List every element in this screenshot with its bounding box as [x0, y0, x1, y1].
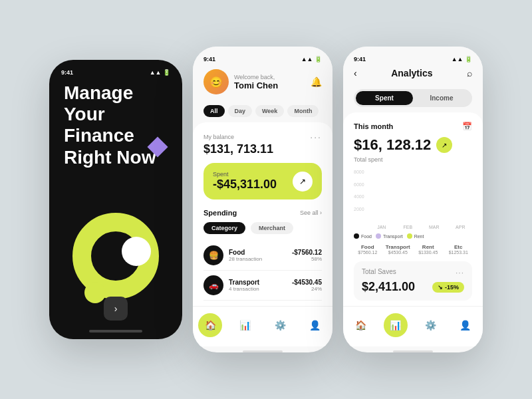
x-label: APR — [449, 225, 473, 229]
category-amount: $4530.45 — [384, 250, 412, 255]
food-icon: 🍔 — [203, 245, 223, 265]
food-name: Food — [229, 249, 292, 256]
saves-more-icon[interactable]: ··· — [456, 268, 464, 277]
transport-amounts: -$4530.45 24% — [292, 279, 322, 292]
spending-header: Spending See all › — [203, 209, 322, 217]
filter-row: All Day Week Month — [193, 100, 332, 122]
filter-week[interactable]: Week — [255, 105, 284, 117]
phones-container: 9:41 ▲▲ 🔋 Manage Your Finance Right Now … — [49, 47, 483, 352]
onboarding-title: Manage Your Finance Right Now — [64, 82, 168, 168]
get-started-button[interactable]: › — [104, 297, 128, 321]
nav-home-3[interactable]: 🏠 — [348, 313, 372, 337]
analytics-header: 9:41 ▲▲ 🔋 ‹ Analytics ⌕ — [343, 47, 483, 84]
legend-item: Rent — [407, 233, 424, 239]
welcome-text: Welcome back, — [234, 74, 311, 80]
spent-label: Spent — [213, 171, 277, 178]
analytics-body: This month 📅 $16, 128.12 ↗ Total spent 8… — [343, 112, 483, 306]
total-spent-amount: $16, 128.12 — [354, 136, 431, 154]
total-saves-section: Total Saves ··· $2,411.00 ↘ -15% — [354, 261, 472, 301]
category-item: Etc$1253.31 — [445, 244, 473, 255]
nav-home[interactable]: 🏠 — [198, 313, 222, 337]
status-time-2: 9:41 — [203, 56, 215, 63]
see-all-link[interactable]: See all › — [300, 209, 322, 216]
page-title: Analytics — [391, 68, 432, 78]
home-indicator-2 — [243, 350, 283, 352]
legend-item: Transport — [376, 233, 403, 239]
balance-row: My balance ··· — [203, 132, 322, 142]
category-item: Rent$1330.45 — [414, 244, 442, 255]
nav-profile-3[interactable]: 👤 — [454, 313, 477, 337]
spent-arrow-button[interactable]: ↗ — [293, 172, 313, 192]
category-name: Food — [354, 244, 382, 250]
status-icons-3: ▲▲ 🔋 — [452, 56, 472, 63]
calendar-icon[interactable]: 📅 — [462, 122, 472, 131]
user-row: 😊 Welcome back, Tomi Chen 🔔 — [203, 69, 322, 94]
nav-profile[interactable]: 👤 — [303, 313, 327, 337]
food-amounts: -$7560.12 58% — [292, 249, 322, 262]
status-icons-1: ▲▲ 🔋 — [150, 69, 170, 76]
total-arrow-button[interactable]: ↗ — [436, 137, 452, 153]
status-bar-2: 9:41 ▲▲ 🔋 — [203, 56, 322, 63]
spent-info: Spent -$45,311.00 — [213, 171, 277, 192]
bar-chart: 8000 6000 4000 2000 JANFEBMARAPR — [354, 170, 472, 229]
x-label: JAN — [370, 225, 394, 229]
nav-analytics[interactable]: 📊 — [233, 313, 257, 337]
tab-category[interactable]: Category — [203, 222, 245, 234]
saves-amount: $2,411.00 — [362, 280, 415, 294]
balance-label: My balance — [203, 134, 234, 140]
status-time-3: 9:41 — [354, 56, 366, 63]
category-name: Rent — [414, 244, 442, 250]
more-options-icon[interactable]: ··· — [310, 132, 322, 142]
legend-dot — [376, 233, 381, 239]
transport-info: Transport 4 transaction — [229, 279, 292, 292]
this-month-label: This month — [354, 122, 393, 130]
legend-dot — [354, 233, 359, 239]
transport-sub: 4 transaction — [229, 286, 292, 292]
phone-dashboard: 9:41 ▲▲ 🔋 😊 Welcome back, Tomi Chen 🔔 Al… — [193, 47, 332, 352]
transport-amount: -$4530.45 — [292, 279, 322, 286]
filter-month[interactable]: Month — [287, 105, 319, 117]
status-time-1: 9:41 — [61, 69, 73, 76]
home-indicator-3 — [393, 350, 433, 352]
filter-day[interactable]: Day — [228, 105, 253, 117]
this-month-row: This month 📅 — [354, 122, 472, 131]
phone-analytics: 9:41 ▲▲ 🔋 ‹ Analytics ⌕ Spent Income Thi… — [343, 47, 483, 352]
category-amount: $1253.31 — [445, 250, 473, 255]
transaction-transport: 🚗 Transport 4 transaction -$4530.45 24% — [203, 271, 322, 301]
nav-analytics-3[interactable]: 📊 — [384, 313, 408, 337]
legend-label: Rent — [414, 234, 424, 239]
notification-icon[interactable]: 🔔 — [311, 76, 322, 87]
phone-onboarding: 9:41 ▲▲ 🔋 Manage Your Finance Right Now … — [49, 60, 182, 339]
filter-all[interactable]: All — [203, 105, 225, 117]
user-name: Tomi Chen — [234, 80, 311, 90]
dashboard-header: 9:41 ▲▲ 🔋 😊 Welcome back, Tomi Chen 🔔 — [193, 47, 332, 100]
circle-decoration — [49, 213, 182, 299]
transport-icon: 🚗 — [203, 275, 223, 295]
user-info: Welcome back, Tomi Chen — [234, 74, 311, 90]
search-icon[interactable]: ⌕ — [467, 68, 472, 78]
chart-bars — [370, 170, 472, 219]
spent-card: Spent -$45,311.00 ↗ — [203, 163, 322, 200]
saves-badge: ↘ -15% — [432, 282, 464, 293]
balance-amount: $131, 713.11 — [203, 142, 322, 156]
x-label: MAR — [422, 225, 446, 229]
transport-pct: 24% — [292, 286, 322, 292]
nav-settings-3[interactable]: ⚙️ — [418, 313, 442, 337]
category-item: Food$7560.12 — [354, 244, 382, 255]
legend-dot — [407, 233, 412, 239]
food-info: Food 28 transaction — [229, 249, 292, 262]
bottom-nav-2: 🏠 📊 ⚙️ 👤 — [193, 306, 332, 346]
saves-header: Total Saves ··· — [362, 268, 464, 277]
avatar: 😊 — [203, 69, 229, 94]
tab-merchant[interactable]: Merchant — [251, 222, 293, 234]
food-pct: 58% — [292, 256, 322, 262]
chart-y-labels: 8000 6000 4000 2000 — [354, 170, 364, 219]
back-button[interactable]: ‹ — [354, 68, 357, 78]
home-indicator-1 — [89, 330, 142, 332]
tab-spent[interactable]: Spent — [356, 91, 413, 105]
analytics-title-row: ‹ Analytics ⌕ — [354, 68, 472, 78]
category-amount: $7560.12 — [354, 250, 382, 255]
nav-settings[interactable]: ⚙️ — [268, 313, 292, 337]
tab-income[interactable]: Income — [413, 91, 470, 105]
transport-name: Transport — [229, 279, 292, 286]
